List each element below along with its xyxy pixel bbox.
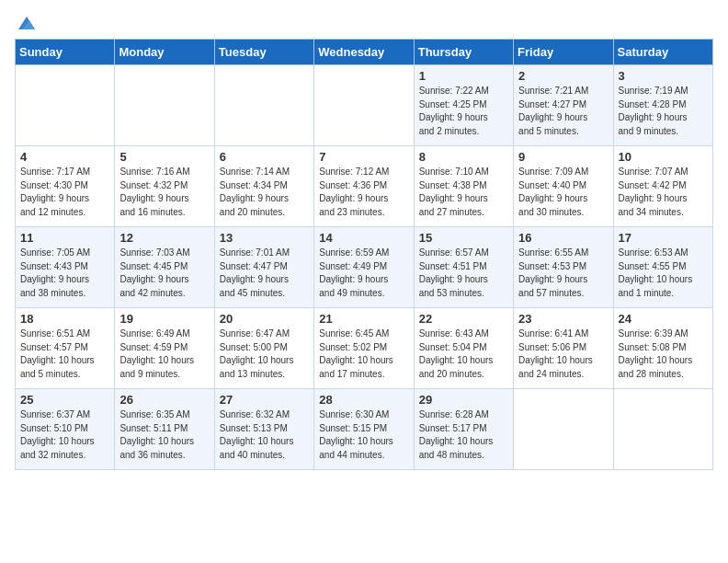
calendar-table: SundayMondayTuesdayWednesdayThursdayFrid… <box>15 39 713 470</box>
day-info: Sunrise: 7:07 AM Sunset: 4:42 PM Dayligh… <box>619 166 708 219</box>
day-number: 29 <box>419 393 508 407</box>
calendar-cell: 22Sunrise: 6:43 AM Sunset: 5:04 PM Dayli… <box>414 308 513 389</box>
week-row-2: 4Sunrise: 7:17 AM Sunset: 4:30 PM Daylig… <box>16 146 713 227</box>
weekday-header-saturday: Saturday <box>613 40 712 65</box>
day-number: 26 <box>119 393 209 407</box>
weekday-header-wednesday: Wednesday <box>314 40 414 65</box>
day-info: Sunrise: 6:35 AM Sunset: 5:11 PM Dayligh… <box>119 408 209 462</box>
calendar-cell <box>214 65 313 146</box>
calendar-cell: 12Sunrise: 7:03 AM Sunset: 4:45 PM Dayli… <box>115 227 214 308</box>
day-info: Sunrise: 7:14 AM Sunset: 4:34 PM Dayligh… <box>220 166 309 219</box>
day-number: 18 <box>20 312 109 326</box>
day-number: 27 <box>220 393 309 407</box>
day-number: 13 <box>220 231 309 245</box>
day-info: Sunrise: 7:19 AM Sunset: 4:28 PM Dayligh… <box>619 85 708 138</box>
week-row-1: 1Sunrise: 7:22 AM Sunset: 4:25 PM Daylig… <box>16 65 713 146</box>
day-info: Sunrise: 6:57 AM Sunset: 4:51 PM Dayligh… <box>419 247 508 300</box>
day-number: 4 <box>20 150 109 164</box>
day-number: 23 <box>518 312 608 326</box>
day-number: 10 <box>619 150 708 164</box>
day-info: Sunrise: 6:45 AM Sunset: 5:02 PM Dayligh… <box>319 327 408 381</box>
day-info: Sunrise: 7:05 AM Sunset: 4:43 PM Dayligh… <box>20 247 109 300</box>
weekday-header-tuesday: Tuesday <box>214 40 313 65</box>
calendar-cell: 24Sunrise: 6:39 AM Sunset: 5:08 PM Dayli… <box>613 308 712 389</box>
calendar-cell: 27Sunrise: 6:32 AM Sunset: 5:13 PM Dayli… <box>214 389 313 470</box>
day-info: Sunrise: 6:41 AM Sunset: 5:06 PM Dayligh… <box>518 327 608 381</box>
calendar-cell: 28Sunrise: 6:30 AM Sunset: 5:15 PM Dayli… <box>314 389 414 470</box>
calendar-cell <box>115 65 214 146</box>
day-number: 25 <box>20 393 109 407</box>
calendar-cell: 1Sunrise: 7:22 AM Sunset: 4:25 PM Daylig… <box>414 65 513 146</box>
calendar-header: SundayMondayTuesdayWednesdayThursdayFrid… <box>16 40 713 65</box>
day-number: 5 <box>119 150 209 164</box>
calendar-cell: 7Sunrise: 7:12 AM Sunset: 4:36 PM Daylig… <box>314 146 414 227</box>
calendar-cell: 23Sunrise: 6:41 AM Sunset: 5:06 PM Dayli… <box>514 308 613 389</box>
calendar-cell: 5Sunrise: 7:16 AM Sunset: 4:32 PM Daylig… <box>115 146 214 227</box>
day-number: 16 <box>518 231 608 245</box>
calendar-cell: 16Sunrise: 6:55 AM Sunset: 4:53 PM Dayli… <box>514 227 613 308</box>
day-number: 9 <box>518 150 608 164</box>
day-number: 8 <box>419 150 508 164</box>
calendar-cell: 10Sunrise: 7:07 AM Sunset: 4:42 PM Dayli… <box>613 146 712 227</box>
calendar-cell: 9Sunrise: 7:09 AM Sunset: 4:40 PM Daylig… <box>514 146 613 227</box>
day-info: Sunrise: 6:37 AM Sunset: 5:10 PM Dayligh… <box>20 408 109 462</box>
day-number: 15 <box>419 231 508 245</box>
calendar-cell: 4Sunrise: 7:17 AM Sunset: 4:30 PM Daylig… <box>16 146 115 227</box>
calendar-cell: 26Sunrise: 6:35 AM Sunset: 5:11 PM Dayli… <box>115 389 214 470</box>
day-info: Sunrise: 7:17 AM Sunset: 4:30 PM Dayligh… <box>20 166 109 219</box>
calendar-cell: 29Sunrise: 6:28 AM Sunset: 5:17 PM Dayli… <box>414 389 513 470</box>
day-info: Sunrise: 6:55 AM Sunset: 4:53 PM Dayligh… <box>518 247 608 300</box>
weekday-header-friday: Friday <box>514 40 613 65</box>
day-number: 19 <box>119 312 209 326</box>
calendar-cell: 19Sunrise: 6:49 AM Sunset: 4:59 PM Dayli… <box>115 308 214 389</box>
day-info: Sunrise: 6:47 AM Sunset: 5:00 PM Dayligh… <box>220 327 309 381</box>
logo <box>15 13 37 33</box>
calendar-cell: 2Sunrise: 7:21 AM Sunset: 4:27 PM Daylig… <box>514 65 613 146</box>
day-info: Sunrise: 6:59 AM Sunset: 4:49 PM Dayligh… <box>319 247 408 300</box>
day-number: 6 <box>220 150 309 164</box>
day-number: 1 <box>419 69 508 83</box>
day-info: Sunrise: 6:28 AM Sunset: 5:17 PM Dayligh… <box>419 408 508 462</box>
week-row-4: 18Sunrise: 6:51 AM Sunset: 4:57 PM Dayli… <box>16 308 713 389</box>
day-info: Sunrise: 7:16 AM Sunset: 4:32 PM Dayligh… <box>119 166 209 219</box>
calendar-cell: 8Sunrise: 7:10 AM Sunset: 4:38 PM Daylig… <box>414 146 513 227</box>
calendar-cell: 15Sunrise: 6:57 AM Sunset: 4:51 PM Dayli… <box>414 227 513 308</box>
weekday-header-monday: Monday <box>115 40 214 65</box>
day-number: 22 <box>419 312 508 326</box>
calendar-cell: 18Sunrise: 6:51 AM Sunset: 4:57 PM Dayli… <box>16 308 115 389</box>
day-number: 21 <box>319 312 408 326</box>
day-number: 12 <box>119 231 209 245</box>
day-number: 3 <box>619 69 708 83</box>
day-info: Sunrise: 7:03 AM Sunset: 4:45 PM Dayligh… <box>119 247 209 300</box>
logo-icon <box>17 13 37 33</box>
day-info: Sunrise: 7:22 AM Sunset: 4:25 PM Dayligh… <box>419 85 508 138</box>
day-number: 17 <box>619 231 708 245</box>
calendar-cell: 21Sunrise: 6:45 AM Sunset: 5:02 PM Dayli… <box>314 308 414 389</box>
week-row-3: 11Sunrise: 7:05 AM Sunset: 4:43 PM Dayli… <box>16 227 713 308</box>
day-info: Sunrise: 7:09 AM Sunset: 4:40 PM Dayligh… <box>518 166 608 219</box>
day-info: Sunrise: 6:49 AM Sunset: 4:59 PM Dayligh… <box>119 327 209 381</box>
day-number: 14 <box>319 231 408 245</box>
day-number: 20 <box>220 312 309 326</box>
calendar-cell: 14Sunrise: 6:59 AM Sunset: 4:49 PM Dayli… <box>314 227 414 308</box>
day-info: Sunrise: 7:10 AM Sunset: 4:38 PM Dayligh… <box>419 166 508 219</box>
calendar-cell: 11Sunrise: 7:05 AM Sunset: 4:43 PM Dayli… <box>16 227 115 308</box>
day-info: Sunrise: 6:32 AM Sunset: 5:13 PM Dayligh… <box>220 408 309 462</box>
calendar-body: 1Sunrise: 7:22 AM Sunset: 4:25 PM Daylig… <box>16 65 713 470</box>
calendar-cell: 6Sunrise: 7:14 AM Sunset: 4:34 PM Daylig… <box>214 146 313 227</box>
day-info: Sunrise: 7:21 AM Sunset: 4:27 PM Dayligh… <box>518 85 608 138</box>
day-number: 2 <box>518 69 608 83</box>
day-info: Sunrise: 6:30 AM Sunset: 5:15 PM Dayligh… <box>319 408 408 462</box>
day-number: 11 <box>20 231 109 245</box>
weekday-header-thursday: Thursday <box>414 40 513 65</box>
day-info: Sunrise: 6:51 AM Sunset: 4:57 PM Dayligh… <box>20 327 109 381</box>
calendar-cell <box>314 65 414 146</box>
weekday-row: SundayMondayTuesdayWednesdayThursdayFrid… <box>16 40 713 65</box>
header <box>15 9 713 33</box>
week-row-5: 25Sunrise: 6:37 AM Sunset: 5:10 PM Dayli… <box>16 389 713 470</box>
day-number: 24 <box>619 312 708 326</box>
calendar-cell: 3Sunrise: 7:19 AM Sunset: 4:28 PM Daylig… <box>613 65 712 146</box>
day-number: 28 <box>319 393 408 407</box>
calendar-cell <box>16 65 115 146</box>
day-info: Sunrise: 7:12 AM Sunset: 4:36 PM Dayligh… <box>319 166 408 219</box>
